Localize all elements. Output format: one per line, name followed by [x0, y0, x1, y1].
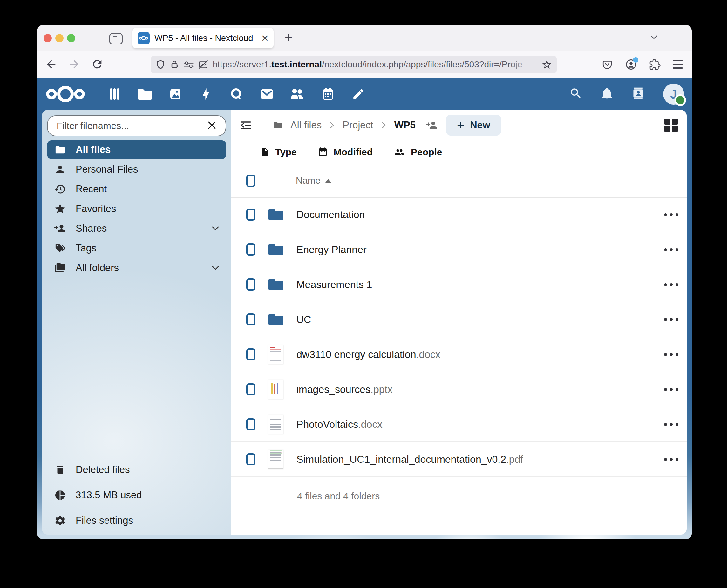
filter-filenames-input[interactable]: [56, 120, 207, 131]
row-checkbox[interactable]: [246, 209, 255, 220]
row-actions-menu[interactable]: [664, 407, 678, 441]
shield-icon[interactable]: [155, 59, 166, 70]
url-text[interactable]: https://server1.test.internal/nextcloud/…: [213, 59, 538, 70]
browser-tab[interactable]: WP5 - All files - Nextcloud ×: [132, 28, 274, 48]
permissions-sliders-icon[interactable]: [183, 59, 194, 70]
close-window-button[interactable]: [44, 34, 52, 42]
new-tab-button[interactable]: +: [281, 30, 296, 45]
row-actions-menu[interactable]: [664, 197, 678, 232]
row-actions-menu[interactable]: [664, 372, 678, 406]
name-column-sort[interactable]: Name: [296, 175, 331, 186]
breadcrumb-project[interactable]: Project: [343, 120, 373, 131]
app-activity-icon[interactable]: [191, 87, 221, 101]
reload-button[interactable]: [91, 58, 104, 70]
sidebar-item-deleted-files[interactable]: Deleted files: [47, 461, 226, 479]
new-button[interactable]: + New: [446, 115, 501, 136]
row-actions-menu[interactable]: [664, 302, 678, 337]
row-checkbox[interactable]: [246, 244, 255, 255]
clear-filter-icon[interactable]: [207, 120, 217, 132]
share-person-plus-icon[interactable]: [426, 120, 438, 131]
url-bar[interactable]: https://server1.test.internal/nextcloud/…: [151, 56, 557, 74]
file-name[interactable]: images_sources.pptx: [297, 384, 392, 395]
filter-chip-people[interactable]: People: [394, 147, 442, 158]
minimize-window-button[interactable]: [55, 34, 64, 42]
nextcloud-logo[interactable]: [44, 84, 86, 106]
file-name[interactable]: UC: [297, 314, 311, 326]
sidebar-item-files-settings[interactable]: Files settings: [47, 511, 226, 530]
filter-box[interactable]: [47, 115, 226, 136]
sidebar-item-all-files[interactable]: All files: [47, 141, 226, 159]
file-name[interactable]: PhotoVoltaics.docx: [297, 419, 382, 430]
zoom-window-button[interactable]: [67, 34, 75, 42]
sidebar-item-recent[interactable]: Recent: [47, 180, 226, 198]
app-calendar-icon[interactable]: [313, 87, 343, 101]
app-notes-icon[interactable]: [343, 87, 374, 101]
row-checkbox[interactable]: [246, 313, 255, 326]
table-row[interactable]: Documentation: [231, 197, 687, 232]
account-icon[interactable]: [625, 59, 637, 70]
file-name[interactable]: Simulation_UC1_internal_documentation_v0…: [297, 454, 523, 465]
bookmark-star-icon[interactable]: [541, 59, 552, 70]
row-checkbox[interactable]: [246, 278, 255, 291]
sidebar-item-tags[interactable]: Tags: [47, 239, 226, 257]
collapse-sidebar-icon[interactable]: [240, 120, 252, 131]
row-checkbox[interactable]: [246, 348, 255, 360]
menu-hamburger-icon[interactable]: [673, 60, 683, 69]
tab-close-icon[interactable]: ×: [261, 32, 269, 44]
contacts-menu-icon[interactable]: [632, 86, 645, 102]
sidebar-item-quota[interactable]: 313.5 MB used: [47, 486, 226, 504]
table-row[interactable]: Energy Planner: [231, 232, 687, 267]
sidebar-item-all-folders[interactable]: All folders: [47, 259, 226, 277]
file-name[interactable]: dw3110 energy calculation.docx: [297, 349, 441, 360]
row-actions-menu[interactable]: [664, 232, 678, 267]
grid-view-toggle-icon[interactable]: [664, 119, 678, 132]
sidebar-item-shares[interactable]: Shares: [47, 219, 226, 238]
sidebar-item-label: Files settings: [76, 515, 133, 526]
pocket-icon[interactable]: [601, 59, 613, 70]
unified-search-icon[interactable]: [569, 87, 582, 101]
tab-manager-icon[interactable]: [109, 33, 123, 44]
row-checkbox[interactable]: [246, 383, 255, 395]
app-talk-icon[interactable]: [221, 87, 252, 101]
row-checkbox[interactable]: [246, 418, 255, 430]
row-actions-menu[interactable]: [664, 267, 678, 302]
tab-overflow-chevron-icon[interactable]: [648, 34, 659, 42]
file-name[interactable]: Energy Planner: [297, 244, 367, 255]
extensions-puzzle-icon[interactable]: [649, 59, 661, 70]
app-photos-icon[interactable]: [160, 87, 191, 101]
images-blocked-icon[interactable]: [198, 59, 209, 70]
table-row[interactable]: PhotoVoltaics.docx: [231, 407, 687, 442]
chevron-right-icon: [330, 121, 334, 129]
notifications-bell-icon[interactable]: [600, 87, 614, 101]
folders-icon: [54, 262, 67, 274]
row-actions-menu[interactable]: [664, 337, 678, 372]
back-button[interactable]: [45, 58, 58, 70]
table-row[interactable]: Simulation_UC1_internal_documentation_v0…: [231, 442, 687, 477]
table-row[interactable]: images_sources.pptx: [231, 372, 687, 407]
forward-button[interactable]: [68, 58, 81, 70]
row-checkbox[interactable]: [246, 453, 255, 465]
chevron-down-icon[interactable]: [211, 265, 220, 271]
table-row[interactable]: dw3110 energy calculation.docx: [231, 337, 687, 372]
sidebar-item-personal-files[interactable]: Personal Files: [47, 160, 226, 178]
filter-chip-type[interactable]: Type: [260, 147, 297, 158]
lock-warning-icon[interactable]: [169, 59, 179, 70]
breadcrumb-all-files[interactable]: All files: [291, 120, 322, 131]
file-name[interactable]: Measurements 1: [297, 279, 372, 291]
chevron-down-icon[interactable]: [211, 226, 220, 231]
table-row[interactable]: UC: [231, 302, 687, 337]
app-contacts-icon[interactable]: [282, 87, 313, 101]
sidebar-item-favorites[interactable]: Favorites: [47, 200, 226, 218]
app-files-icon[interactable]: [130, 88, 160, 101]
breadcrumb-current-wp5[interactable]: WP5: [394, 120, 415, 131]
filter-chip-modified[interactable]: Modified: [318, 147, 373, 158]
app-mail-icon[interactable]: [252, 88, 282, 101]
select-all-checkbox[interactable]: [246, 175, 255, 187]
table-row[interactable]: Measurements 1: [231, 267, 687, 302]
files-main: All files Project WP5 + New: [231, 110, 687, 534]
avatar[interactable]: J: [663, 84, 684, 105]
row-actions-menu[interactable]: [664, 442, 678, 477]
app-dashboard-icon[interactable]: [99, 87, 130, 101]
calendar-icon: [318, 147, 328, 158]
file-name[interactable]: Documentation: [297, 209, 365, 220]
